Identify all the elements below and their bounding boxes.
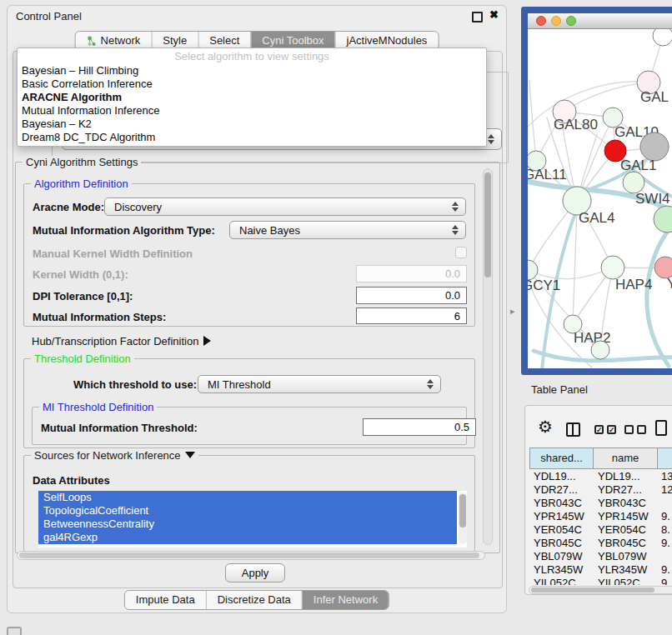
float-window-icon[interactable] [472, 12, 483, 22]
tab-infer-network[interactable]: Infer Network [302, 591, 389, 609]
scrollbar-thumb[interactable] [459, 494, 466, 528]
table-header: shared... name [529, 448, 672, 469]
data-attribute-option[interactable]: TopologicalCoefficient [38, 504, 457, 518]
columns-icon[interactable] [566, 422, 580, 437]
gear-icon[interactable]: ⚙ [538, 417, 553, 437]
data-attribute-option[interactable]: BetweennessCentrality [38, 518, 457, 531]
algorithm-option[interactable]: Dream8 DC_TDC Algorithm [18, 131, 486, 144]
which-threshold-label: Which threshold to use: [73, 378, 197, 391]
settings-vertical-scrollbar[interactable] [483, 168, 493, 545]
node-label: GAL1 [620, 158, 656, 173]
table-cell: YBR045C [529, 537, 594, 550]
combobox-value: MI Threshold [208, 378, 271, 391]
table-row[interactable]: YBR045CYBR045C9. [529, 537, 672, 550]
tab-label: Infer Network [313, 591, 378, 609]
data-attributes-label: Data Attributes [33, 474, 110, 487]
splitter-collapse-icon[interactable]: ▸ [510, 306, 515, 317]
cyni-toolbox-panel: galFiltered.sif default node Select algo… [13, 51, 503, 588]
list-scrollbar[interactable] [459, 492, 467, 544]
manual-kernel-width-checkbox[interactable] [455, 247, 467, 258]
network-window-titlebar[interactable] [528, 13, 672, 29]
network-node[interactable] [601, 256, 624, 279]
select-all-checkboxes-icon[interactable]: ✓✓ [594, 425, 616, 434]
algorithm-option[interactable]: Mutual Information Inference [18, 104, 486, 118]
mi-algorithm-type-combobox[interactable]: Naive Bayes [229, 221, 466, 239]
table-row[interactable]: YDL19...YDL19...13 [529, 470, 672, 483]
network-edge[interactable] [573, 211, 577, 324]
settings-horizontal-scrollbar[interactable] [17, 551, 485, 560]
table-cell: YIL052C [529, 577, 594, 585]
network-graph[interactable]: GALGAL80GAL10GAL1GAL11SWI4GAL4GCY1HAP4YH… [528, 29, 672, 368]
table-cell [658, 550, 672, 563]
table-cell: YDR27... [594, 483, 658, 497]
algorithm-option[interactable]: Basic Correlation Inference [18, 78, 486, 91]
scrollbar-thumb[interactable] [19, 552, 479, 558]
network-canvas[interactable]: GALGAL80GAL10GAL1GAL11SWI4GAL4GCY1HAP4YH… [528, 29, 672, 368]
hub-definition-toggle[interactable]: Hub/Transcription Factor Definition [32, 335, 211, 348]
control-panel-title: Control Panel [16, 10, 82, 22]
node-label: HAP4 [615, 277, 652, 292]
network-view-window[interactable]: GALGAL80GAL10GAL1GAL11SWI4GAL4GCY1HAP4YH… [521, 7, 672, 375]
column-header[interactable] [658, 448, 672, 469]
group-title: Threshold Definition [31, 352, 134, 365]
tab-impute-data[interactable]: Impute Data [125, 591, 206, 609]
table-row[interactable]: YBR043CYBR043C [529, 497, 672, 510]
control-panel-window: Control Panel ✖ Network Style Select Cyn… [7, 5, 507, 613]
algorithm-option[interactable]: ARACNE Algorithm [18, 91, 486, 104]
minimize-traffic-light-icon[interactable] [551, 16, 561, 26]
hub-definition-label: Hub/Transcription Factor Definition [32, 335, 198, 348]
kernel-width-field[interactable]: 0.0 [356, 265, 467, 282]
table-row[interactable]: YLR345WYLR345W9. [529, 563, 672, 577]
apply-button[interactable]: Apply [225, 563, 285, 582]
network-node[interactable] [654, 206, 672, 232]
data-attributes-list[interactable]: SelfLoopsTopologicalCoefficientBetweenne… [38, 491, 467, 548]
table-panel: ⚙ ✓✓ shared... name YDL19...YDL19...13YD… [524, 405, 672, 595]
column-header[interactable]: name [594, 448, 658, 469]
scrollbar-thumb[interactable] [531, 588, 654, 592]
group-title: Algorithm Definition [31, 178, 132, 190]
deselect-all-checkboxes-icon[interactable] [624, 425, 646, 434]
network-node[interactable] [591, 341, 609, 359]
export-table-icon[interactable] [655, 420, 667, 436]
table-row[interactable]: YIL052CYIL052C9. [529, 577, 672, 585]
table-row[interactable]: YDR27...YDR27...12 [529, 483, 672, 497]
algorithm-option[interactable]: Bayesian – K2 [18, 118, 486, 131]
table-horizontal-scrollbar[interactable] [529, 586, 672, 594]
table-cell: 9. [658, 563, 672, 577]
table-row[interactable]: YBL079WYBL079W [529, 550, 672, 563]
mi-threshold-label: Mutual Information Threshold: [41, 422, 198, 434]
network-edge[interactable] [647, 230, 669, 366]
network-node[interactable] [640, 132, 669, 161]
close-icon[interactable]: ✖ [489, 8, 499, 21]
tab-label: Discretize Data [218, 591, 291, 609]
table-row[interactable]: YPR145WYPR145W9. [529, 510, 672, 523]
table-cell: YDL19... [529, 470, 594, 483]
scrollbar-thumb[interactable] [484, 172, 491, 278]
combobox-arrows-icon [452, 225, 458, 235]
network-edge[interactable] [529, 81, 536, 161]
mi-steps-field[interactable]: 6 [356, 308, 467, 324]
network-node[interactable] [653, 29, 672, 46]
table-cell: YBR043C [594, 497, 658, 510]
algorithm-popup-placeholder: Select algorithm to view settings [18, 49, 486, 64]
table-cell: YIL052C [594, 577, 658, 585]
data-attribute-option[interactable]: SelfLoops [38, 491, 457, 504]
column-header[interactable]: shared... [529, 448, 594, 469]
table-cell: YBR045C [594, 537, 658, 550]
table-cell: 8. [658, 523, 672, 537]
minimized-panel-icon[interactable] [7, 627, 22, 635]
table-row[interactable]: YER054CYER054C8. [529, 523, 672, 537]
tab-discretize-data[interactable]: Discretize Data [206, 591, 302, 609]
network-edge[interactable] [564, 82, 649, 112]
close-traffic-light-icon[interactable] [536, 16, 546, 26]
algorithm-option[interactable]: Bayesian – Hill Climbing [18, 64, 486, 78]
which-threshold-combobox[interactable]: MI Threshold [198, 375, 441, 393]
zoom-traffic-light-icon[interactable] [566, 16, 576, 26]
aracne-mode-combobox[interactable]: Discovery [104, 198, 466, 216]
data-attribute-option[interactable]: gal4RGexp [38, 531, 457, 544]
expanded-arrow-icon [185, 452, 195, 458]
dpi-tolerance-field[interactable]: 0.0 [356, 287, 467, 304]
combobox-arrows-icon [488, 134, 494, 144]
mi-steps-label: Mutual Information Steps: [33, 311, 166, 323]
mi-threshold-field[interactable]: 0.5 [363, 418, 476, 436]
